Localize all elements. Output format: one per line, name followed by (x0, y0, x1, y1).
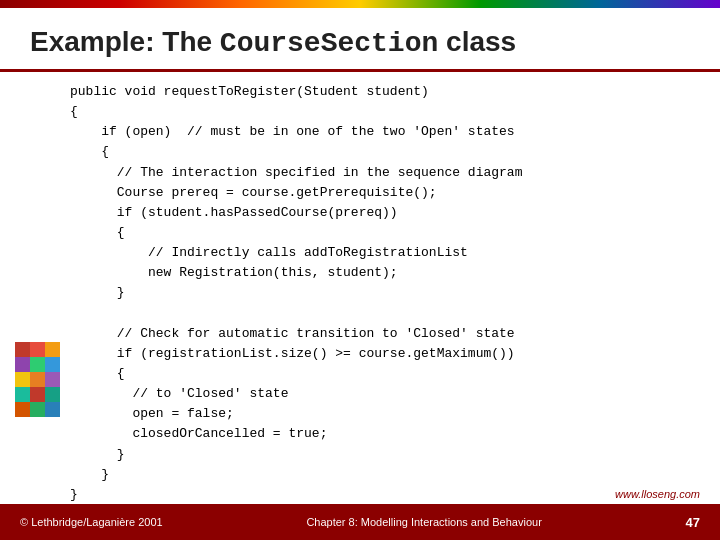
title-code: CourseSection (220, 28, 438, 59)
title-prefix: Example: The (30, 26, 220, 57)
deco-sq-10 (15, 387, 30, 402)
code-block: public void requestToRegister(Student st… (60, 72, 720, 504)
deco-sq-6 (45, 357, 60, 372)
deco-sq-3 (45, 342, 60, 357)
content-area: public void requestToRegister(Student st… (0, 72, 720, 504)
deco-sq-13 (15, 402, 30, 417)
deco-sq-5 (30, 357, 45, 372)
deco-sq-7 (15, 372, 30, 387)
footer-copyright: © Lethbridge/Laganière 2001 (20, 516, 163, 528)
footer-page: 47 (686, 515, 700, 530)
footer-chapter: Chapter 8: Modelling Interactions and Be… (163, 516, 686, 528)
slide-title: Example: The CourseSection class (30, 26, 690, 59)
deco-sq-4 (15, 357, 30, 372)
deco-sq-2 (30, 342, 45, 357)
code-pre: public void requestToRegister(Student st… (70, 82, 700, 504)
deco-sq-14 (30, 402, 45, 417)
deco-sq-1 (15, 342, 30, 357)
footer: © Lethbridge/Laganière 2001 Chapter 8: M… (0, 504, 720, 540)
deco-sq-11 (30, 387, 45, 402)
deco-sq-12 (45, 387, 60, 402)
deco-sq-8 (30, 372, 45, 387)
deco-sq-9 (45, 372, 60, 387)
deco-sq-15 (45, 402, 60, 417)
slide: Example: The CourseSection class (0, 0, 720, 540)
left-bar (0, 72, 60, 504)
decorative-squares (15, 342, 60, 422)
website-badge: www.lloseng.com (615, 488, 700, 500)
title-suffix: class (438, 26, 516, 57)
top-decorative-bar (0, 0, 720, 8)
title-area: Example: The CourseSection class (0, 8, 720, 72)
